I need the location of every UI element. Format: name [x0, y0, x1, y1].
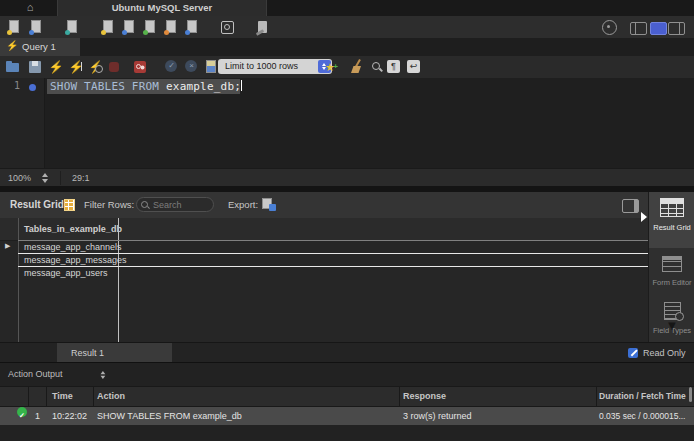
check-icon: ✓ — [164, 59, 179, 74]
action-output-panel: Action Output Time Action Response Durat… — [0, 362, 694, 441]
home-icon[interactable]: ⌂ — [22, 0, 38, 16]
title-bar: ⌂ Ubuntu MySQL Server — [0, 0, 694, 17]
column-duration[interactable]: Duration / Fetch Time — [599, 387, 686, 406]
new-connection-icon[interactable] — [64, 19, 80, 35]
output-column-headers: Time Action Response Duration / Fetch Ti… — [0, 386, 694, 407]
text-caret — [241, 80, 242, 91]
search-icon — [141, 201, 150, 210]
result-grid-icon — [660, 198, 684, 217]
save-icon[interactable] — [27, 59, 43, 75]
toggle-stop-on-error-icon[interactable] — [132, 59, 148, 75]
sql-editor[interactable]: 1 SHOW TABLES FROM example_db; — [0, 78, 694, 168]
result-side-panel: Result Grid Form Editor Field Types ▼ — [648, 192, 694, 342]
gutter-separator — [18, 218, 19, 342]
output-selector-stepper[interactable] — [99, 370, 106, 380]
open-script-icon[interactable] — [28, 19, 44, 35]
export-label: Export: — [228, 192, 258, 218]
wrap-text-icon[interactable]: ↩ — [407, 60, 420, 73]
sql-identifier: example_db; — [166, 80, 241, 93]
execute-current-icon[interactable]: ⚡ — [68, 59, 84, 75]
log-time: 10:22:02 — [52, 407, 87, 425]
commit-icon[interactable]: ✓ — [164, 59, 179, 74]
statement-marker-icon — [29, 84, 36, 91]
cleanup-icon[interactable] — [349, 59, 365, 75]
execute-icon[interactable]: ⚡ — [48, 59, 64, 75]
side-panel-form-editor[interactable]: Form Editor — [649, 250, 694, 298]
mysql-workbench-window: ⌂ Ubuntu MySQL Server ⚡ Query 1 ⚡ ⚡ ⚡ — [0, 0, 694, 441]
create-table-icon[interactable] — [121, 19, 137, 35]
side-panel-result-grid[interactable]: Result Grid — [649, 192, 694, 248]
cell-value: message_app_users — [24, 267, 108, 280]
column-name: Tables_in_example_db — [24, 218, 122, 240]
collapse-side-panel-icon[interactable] — [622, 199, 639, 213]
tab-query-1[interactable]: ⚡ Query 1 — [0, 38, 80, 56]
log-action: SHOW TABLES FROM example_db — [97, 407, 242, 425]
side-panel-label: Form Editor — [649, 279, 694, 288]
rollback-icon[interactable]: × — [184, 59, 199, 74]
new-query-icon[interactable] — [6, 19, 22, 35]
column-action[interactable]: Action — [97, 387, 125, 406]
query-tab-label: Query 1 — [22, 38, 56, 56]
status-divider — [60, 171, 61, 185]
toggle-left-panel-icon[interactable] — [630, 22, 647, 35]
main-toolbar — [0, 16, 694, 39]
cross-icon: × — [184, 59, 199, 74]
column-response[interactable]: Response — [403, 387, 446, 406]
column-separator[interactable] — [118, 218, 119, 342]
result-tab-bar: Result 1 Read Only — [0, 342, 694, 363]
result-grid: Tables_in_example_db ▶ message_app_chann… — [0, 218, 648, 342]
stop-icon[interactable] — [106, 59, 122, 75]
selected-row-marker-icon: ▶ — [5, 242, 10, 250]
success-check-icon: ✓ — [17, 407, 27, 417]
bolt-icon: ⚡ — [6, 40, 18, 51]
scrollbar-thumb[interactable] — [689, 387, 692, 402]
sql-keywords: SHOW TABLES FROM — [50, 80, 166, 93]
preferences-icon[interactable] — [255, 19, 271, 35]
table-row[interactable]: message_app_users — [19, 267, 648, 280]
toggle-autocommit-icon[interactable] — [203, 59, 219, 75]
query-tab-bar: ⚡ Query 1 — [0, 38, 694, 57]
create-procedure-icon[interactable] — [163, 19, 179, 35]
search-objects-icon[interactable] — [219, 19, 235, 35]
editor-status-bar: 100% 29:1 — [0, 168, 694, 187]
create-schema-icon[interactable] — [100, 19, 116, 35]
beautify-icon[interactable]: ★ — [322, 59, 338, 75]
row-separator — [18, 266, 648, 267]
grid-icon — [64, 199, 75, 211]
zoom-stepper[interactable] — [40, 172, 49, 184]
log-duration: 0.035 sec / 0.000015... — [599, 407, 685, 425]
status-icon[interactable] — [602, 20, 617, 35]
export-icon[interactable] — [262, 198, 276, 211]
result-grid-toolbar: Result Grid Filter Rows: Export: — [0, 192, 694, 219]
form-editor-icon — [662, 256, 682, 272]
output-log-row[interactable]: ✓ 1 10:22:02 SHOW TABLES FROM example_db… — [0, 407, 694, 425]
toggle-right-panel-icon[interactable] — [668, 22, 685, 35]
find-icon[interactable] — [369, 59, 385, 75]
zoom-level: 100% — [8, 169, 31, 187]
chevron-down-icon[interactable]: ▼ — [649, 318, 694, 333]
line-number: 1 — [0, 80, 20, 91]
limit-rows-select[interactable]: Limit to 1000 rows — [218, 59, 332, 74]
open-file-icon[interactable] — [5, 59, 21, 75]
result-grid-title: Result Grid — [10, 192, 64, 218]
create-function-icon[interactable] — [184, 19, 200, 35]
active-panel-arrow-icon — [641, 212, 647, 222]
editor-gutter: 1 — [0, 78, 45, 168]
connection-tab[interactable]: Ubuntu MySQL Server — [57, 0, 267, 16]
explain-icon[interactable]: ⚡ — [88, 59, 104, 75]
row-separator — [18, 253, 648, 254]
log-response: 3 row(s) returned — [403, 407, 472, 425]
grid-column-header[interactable]: Tables_in_example_db — [0, 218, 648, 241]
row-separator — [18, 240, 648, 241]
log-index: 1 — [35, 407, 40, 425]
read-only-label: Read Only — [643, 343, 686, 363]
column-time[interactable]: Time — [52, 387, 73, 406]
filter-rows-label: Filter Rows: — [84, 192, 134, 218]
caret-position: 29:1 — [72, 169, 90, 187]
action-output-title: Action Output — [8, 363, 63, 386]
side-panel-label: Result Grid — [649, 224, 694, 233]
create-view-icon[interactable] — [142, 19, 158, 35]
tab-result-1[interactable]: Result 1 — [57, 343, 172, 363]
toggle-bottom-panel-icon[interactable] — [650, 22, 667, 35]
show-invisibles-icon[interactable]: ¶ — [387, 60, 400, 73]
